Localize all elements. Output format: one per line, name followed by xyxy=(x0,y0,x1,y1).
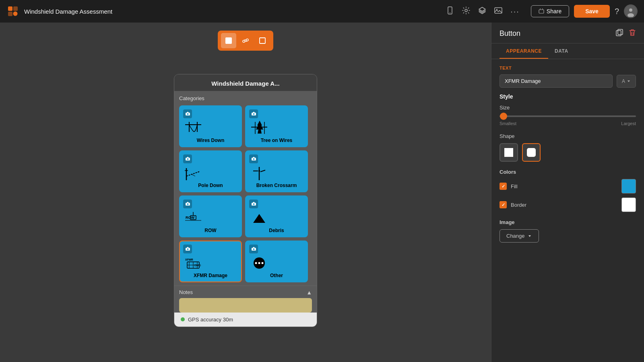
save-button[interactable]: Save xyxy=(574,5,610,18)
svg-point-21 xyxy=(253,113,254,115)
camera-icon xyxy=(183,109,192,118)
svg-point-47 xyxy=(187,249,188,250)
svg-point-3 xyxy=(13,12,18,16)
gps-status: GPS accuracy 30m xyxy=(188,317,233,323)
grid-item-row[interactable]: ROW ROW xyxy=(179,195,242,237)
toolbar-link-btn[interactable] xyxy=(238,33,253,48)
notes-title: Notes xyxy=(179,289,193,295)
tree-on-wires-graphic xyxy=(249,120,269,136)
notes-input-area[interactable] xyxy=(179,298,312,313)
grid-item-pole-down[interactable]: Pole Down xyxy=(179,150,242,192)
border-color-swatch[interactable] xyxy=(621,197,636,212)
topbar-tools: ··· xyxy=(446,6,520,16)
shape-section: Shape xyxy=(500,133,636,162)
toolbar-frame-btn[interactable] xyxy=(255,33,270,48)
svg-rect-9 xyxy=(539,10,544,13)
image-section: Image Change xyxy=(500,219,636,243)
grid-item-debris[interactable]: Debris xyxy=(245,195,308,237)
share-button[interactable]: Share xyxy=(531,5,569,17)
phone-mockup: Windshield Damage A... Categories xyxy=(174,74,317,327)
broken-crossarm-label: Broken Crossarm xyxy=(249,183,304,188)
change-image-button[interactable]: Change xyxy=(500,229,539,243)
gps-bar: GPS accuracy 30m xyxy=(174,313,317,327)
grid-item-icon-row-5 xyxy=(183,200,238,208)
camera-icon-2 xyxy=(249,109,258,118)
tree-on-wires-label: Tree on Wires xyxy=(249,138,304,143)
delete-icon[interactable] xyxy=(629,29,636,38)
settings-icon[interactable] xyxy=(462,6,470,16)
slider-labels: Smallest Largest xyxy=(500,121,636,126)
topbar-right: Share Save ? xyxy=(531,4,638,18)
layers-icon[interactable] xyxy=(478,6,486,16)
svg-line-30 xyxy=(192,175,195,176)
notes-header: Notes ▲ xyxy=(179,289,312,296)
svg-text:XFMR: XFMR xyxy=(185,258,193,261)
pole-down-graphic xyxy=(183,165,203,181)
duplicate-icon[interactable] xyxy=(616,29,623,38)
floating-toolbar xyxy=(218,31,273,51)
camera-icon-8 xyxy=(249,245,258,253)
pole-down-label: Pole Down xyxy=(183,183,238,188)
svg-marker-45 xyxy=(253,214,265,223)
app-title: Windshield Damage Assessment xyxy=(24,8,441,15)
border-label: Border xyxy=(511,202,617,208)
other-graphic xyxy=(249,255,269,271)
wires-down-label: Wires Down xyxy=(183,138,238,143)
fill-color-row: Fill xyxy=(500,179,636,193)
tab-appearance[interactable]: APPEARANCE xyxy=(500,43,548,59)
grid-item-icon-row xyxy=(183,109,238,118)
svg-point-6 xyxy=(465,9,467,12)
svg-rect-14 xyxy=(260,38,265,43)
tab-data[interactable]: DATA xyxy=(548,43,575,59)
xfmr-damage-label: XFMR Damage xyxy=(183,273,238,278)
shape-rounded-btn[interactable] xyxy=(522,143,541,162)
grid-item-icon-row-6 xyxy=(249,200,304,208)
shape-options xyxy=(500,143,636,162)
svg-point-44 xyxy=(253,204,254,205)
debris-graphic xyxy=(249,210,269,226)
svg-rect-13 xyxy=(225,37,232,44)
shape-square-btn[interactable] xyxy=(500,143,518,162)
shape-label: Shape xyxy=(500,133,636,139)
fill-label: Fill xyxy=(511,183,617,189)
slider-track xyxy=(500,115,636,117)
svg-point-16 xyxy=(187,113,188,115)
slider-thumb[interactable] xyxy=(500,113,507,120)
camera-icon-5 xyxy=(183,200,192,208)
app-logo xyxy=(6,5,19,18)
notes-collapse-btn[interactable]: ▲ xyxy=(306,289,312,296)
avatar[interactable] xyxy=(624,4,638,18)
help-icon[interactable]: ? xyxy=(615,7,619,16)
fill-color-swatch[interactable] xyxy=(621,179,636,193)
svg-text:DMG: DMG xyxy=(194,264,201,267)
debris-label: Debris xyxy=(249,228,304,233)
grid-item-xfmr-damage[interactable]: XFMR DMG XFMR Damage xyxy=(179,241,242,282)
grid-item-wires-down[interactable]: Wires Down xyxy=(179,105,242,147)
other-label: Other xyxy=(249,273,304,278)
fill-checkbox[interactable] xyxy=(500,183,507,190)
panel-header-actions xyxy=(616,29,636,38)
grid-item-icon-row-8 xyxy=(249,245,304,253)
image-icon[interactable] xyxy=(494,6,502,16)
camera-icon-3 xyxy=(183,154,192,163)
gps-dot xyxy=(181,317,185,321)
grid-item-icon-row-3 xyxy=(183,154,238,163)
border-checkbox[interactable] xyxy=(500,201,507,208)
text-align-button[interactable]: A xyxy=(617,75,636,88)
svg-point-11 xyxy=(629,8,632,12)
toolbar-image-btn[interactable] xyxy=(221,33,236,48)
size-slider[interactable] xyxy=(500,114,636,119)
text-input[interactable] xyxy=(500,74,613,88)
svg-rect-2 xyxy=(8,12,12,16)
border-color-row: Border xyxy=(500,197,636,212)
more-icon[interactable]: ··· xyxy=(510,7,520,16)
svg-rect-0 xyxy=(8,6,12,11)
grid-item-icon-row-4 xyxy=(249,154,304,163)
shape-square-icon xyxy=(504,148,513,157)
grid-item-icon-row-7 xyxy=(183,245,238,253)
grid-item-other[interactable]: Other xyxy=(245,241,308,282)
grid-item-broken-crossarm[interactable]: Broken Crossarm xyxy=(245,150,308,192)
mobile-icon[interactable] xyxy=(446,6,454,16)
grid-item-tree-on-wires[interactable]: Tree on Wires xyxy=(245,105,308,147)
topbar: Windshield Damage Assessment xyxy=(0,0,644,23)
